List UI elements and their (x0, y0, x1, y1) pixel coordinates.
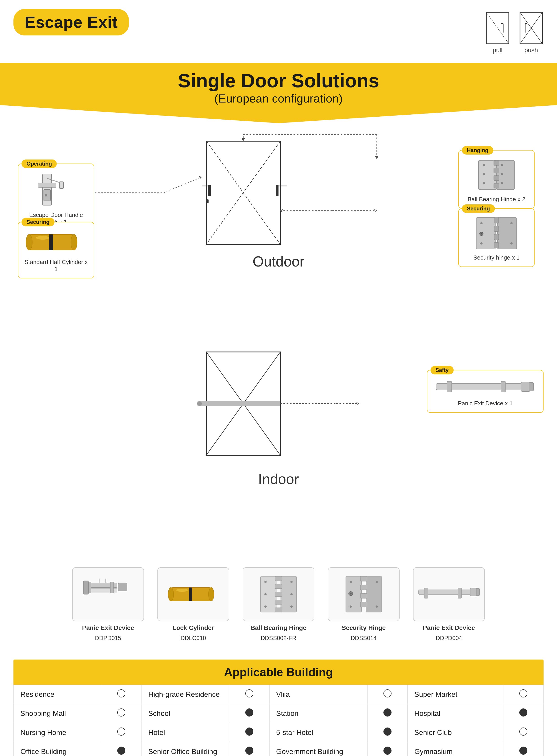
svg-rect-93 (275, 584, 282, 589)
building-name-cell: Nursing Home (14, 723, 101, 742)
svg-rect-81 (83, 581, 88, 594)
svg-marker-28 (199, 176, 202, 179)
svg-rect-107 (360, 593, 367, 598)
filled-circle-icon (519, 708, 527, 717)
product-item-5: Panic Exit Device DDPD004 (413, 567, 485, 642)
applicable-section: Applicable Building ResidenceHigh-grade … (13, 660, 544, 756)
building-check-cell (101, 742, 142, 756)
page-title: Escape Exit (25, 13, 118, 31)
building-check-cell (229, 685, 269, 704)
building-name-cell: School (142, 704, 229, 723)
ball-bearing-label: Ball Bearing Hinge x 2 (464, 196, 529, 203)
building-check-cell (367, 685, 407, 704)
svg-point-71 (510, 242, 512, 245)
building-check-cell (101, 685, 142, 704)
svg-point-58 (501, 173, 503, 175)
svg-rect-76 (501, 381, 505, 392)
product-code-5: DDPD004 (436, 635, 462, 642)
pull-item: pull (485, 11, 510, 54)
svg-rect-63 (494, 226, 499, 231)
hanging-box: Hanging Ball Bearing Hinge x 2 (458, 150, 534, 208)
product-img-panic1 (83, 576, 133, 612)
svg-rect-119 (458, 588, 462, 598)
panic-exit-img (434, 376, 537, 398)
svg-point-111 (350, 581, 352, 583)
empty-circle-icon (117, 708, 125, 717)
building-check-cell (229, 742, 269, 756)
svg-rect-15 (208, 185, 211, 196)
building-name-cell: Residence (14, 685, 101, 704)
svg-rect-53 (494, 183, 499, 188)
filled-circle-icon (519, 747, 527, 755)
filled-circle-icon (245, 708, 254, 717)
svg-rect-60 (476, 218, 495, 249)
svg-point-113 (376, 581, 378, 583)
product-item-3: Ball Bearing Hinge DDSS002-FR (243, 567, 314, 642)
product-code-3: DDSS002-FR (261, 635, 296, 642)
pull-push-icons: pull push (485, 11, 544, 54)
svg-point-86 (168, 588, 174, 601)
empty-circle-icon (117, 689, 125, 697)
building-check-cell (229, 723, 269, 742)
cylinder-img (25, 228, 87, 257)
filled-circle-icon (383, 728, 391, 735)
outdoor-label: Outdoor (253, 253, 304, 270)
svg-point-33 (197, 401, 202, 406)
svg-rect-64 (494, 234, 499, 240)
svg-rect-106 (360, 585, 367, 590)
table-row: Shopping MallSchoolStationHospital (14, 704, 544, 723)
svg-point-98 (264, 593, 267, 595)
applicable-title: Applicable Building (19, 665, 538, 679)
svg-point-87 (209, 588, 214, 601)
banner-title: Single Door Solutions (18, 69, 539, 92)
page-header: Escape Exit pull push (0, 0, 557, 58)
hanging-tag: Hanging (462, 146, 493, 155)
empty-circle-icon (519, 689, 527, 697)
svg-rect-16 (207, 199, 209, 203)
svg-point-102 (290, 606, 293, 608)
product-img-panic2 (417, 581, 480, 608)
ball-bearing-hinge-img (467, 156, 526, 194)
empty-circle-icon (245, 689, 254, 697)
product-item-2: Lock Cylinder DDLC010 (157, 567, 229, 642)
panic-exit-label: Panic Exit Device x 1 (433, 400, 538, 407)
building-check-cell (367, 704, 407, 723)
svg-rect-13 (276, 185, 278, 196)
security-hinge-img (467, 214, 526, 252)
svg-rect-46 (49, 234, 53, 250)
empty-circle-icon (383, 689, 391, 697)
banner: Single Door Solutions (European configur… (0, 63, 557, 123)
product-code-4: DDSS014 (351, 635, 377, 642)
svg-rect-95 (275, 600, 282, 604)
securing-tag-right: Securing (462, 204, 495, 213)
building-name-cell: Vliia (269, 685, 367, 704)
outdoor-door (202, 138, 287, 244)
svg-point-100 (290, 581, 293, 583)
building-name-cell: High-grade Residence (142, 685, 229, 704)
building-name-cell: Hotel (142, 723, 229, 742)
securing-box-left: Securing Standard Half Cylinder x 1 (18, 222, 94, 278)
svg-point-112 (350, 606, 352, 608)
svg-rect-40 (59, 182, 63, 189)
svg-point-69 (480, 242, 482, 245)
svg-point-59 (501, 182, 503, 184)
filled-circle-icon (117, 747, 125, 755)
product-name-1: Panic Exit Device (82, 624, 134, 632)
pull-label: pull (493, 47, 502, 54)
svg-rect-62 (494, 218, 499, 223)
table-row: ResidenceHigh-grade ResidenceVliiaSuper … (14, 685, 544, 704)
products-row: Panic Exit Device DDPD015 Lock Cylinder … (0, 554, 557, 650)
building-check-cell (503, 742, 544, 756)
svg-rect-80 (110, 582, 114, 593)
product-code-1: DDPD015 (95, 635, 121, 642)
svg-point-56 (483, 182, 485, 184)
empty-circle-icon (519, 728, 527, 735)
safety-tag: Safty (431, 366, 453, 374)
svg-rect-96 (275, 608, 282, 612)
building-name-cell: 5-star Hotel (269, 723, 367, 742)
product-item-4: Security Hinge DDSS014 (328, 567, 400, 642)
svg-point-70 (510, 222, 512, 224)
svg-rect-90 (261, 576, 276, 612)
securing-box-right: Securing Security hinge x 1 (458, 208, 534, 267)
banner-subtitle: (European configuration) (18, 92, 539, 105)
